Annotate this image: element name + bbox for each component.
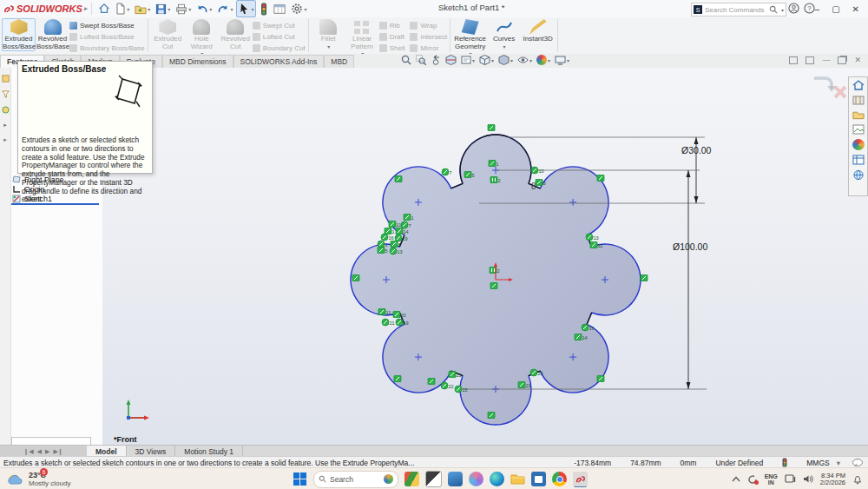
- doc-close-icon[interactable]: ✕: [854, 56, 861, 64]
- tree-display-icon[interactable]: [2, 75, 10, 83]
- lofted-cut-button[interactable]: Lofted Cut: [253, 32, 306, 41]
- relation-badge[interactable]: [490, 177, 497, 183]
- wrap-button[interactable]: Wrap: [410, 21, 447, 30]
- custom-properties-icon[interactable]: [852, 155, 865, 165]
- annotation-icon[interactable]: ▾: [461, 55, 475, 65]
- draft-button[interactable]: Draft: [379, 32, 405, 41]
- chevron-down-icon[interactable]: ▾: [148, 6, 150, 12]
- dimension-value[interactable]: Ø100.00: [673, 241, 707, 252]
- volume-icon[interactable]: [803, 474, 813, 484]
- graphics-viewport[interactable]: Ø30.00Ø100.00812103751117114161918513131…: [102, 68, 868, 445]
- hole-wizard-button[interactable]: Hole Wizard ▾: [185, 18, 219, 57]
- expand-arrow-icon[interactable]: ▸: [3, 122, 7, 129]
- chevron-down-icon[interactable]: ▾: [251, 6, 253, 12]
- display-style-icon[interactable]: ▾: [498, 55, 513, 65]
- intersect-button[interactable]: Intersect: [410, 32, 447, 41]
- notifications-bell-icon[interactable]: [852, 474, 863, 485]
- view-orientation-icon[interactable]: ▾: [479, 55, 494, 65]
- maximize-button[interactable]: ▢: [832, 4, 839, 14]
- tags-icon[interactable]: [852, 459, 863, 466]
- previous-view-icon[interactable]: [431, 55, 441, 65]
- ms-store-app-icon[interactable]: [531, 472, 546, 486]
- user-account-icon[interactable]: [788, 3, 799, 14]
- close-button[interactable]: ✕: [852, 4, 859, 14]
- widgets-app-icon[interactable]: [404, 472, 419, 486]
- units-selector[interactable]: MMGS: [806, 459, 829, 467]
- linear-pattern-button[interactable]: Linear Pattern ▾: [345, 18, 379, 57]
- swept-cut-button[interactable]: Swept Cut: [253, 21, 306, 30]
- file-explorer-icon[interactable]: [852, 109, 865, 120]
- copilot-app-icon[interactable]: [469, 472, 483, 486]
- revolved-boss-base-button[interactable]: Revolved Boss/Base: [36, 18, 69, 51]
- design-library-icon[interactable]: [852, 95, 865, 105]
- save-button[interactable]: ▾: [154, 1, 172, 17]
- minimize-button[interactable]: –: [815, 4, 820, 14]
- search-icon[interactable]: [769, 5, 778, 14]
- new-document-button[interactable]: ▾: [114, 1, 131, 17]
- lofted-boss-base-button[interactable]: Lofted Boss/Base: [69, 32, 145, 41]
- extruded-cut-button[interactable]: Extruded Cut: [151, 18, 185, 51]
- boundary-boss-base-button[interactable]: Boundary Boss/Base: [69, 43, 145, 52]
- help-icon[interactable]: ?: [804, 3, 815, 14]
- chevron-down-icon[interactable]: ▾: [304, 6, 306, 12]
- task-view-icon[interactable]: [425, 471, 442, 487]
- tab-mbd-dimensions[interactable]: MBD Dimensions: [162, 55, 233, 68]
- extruded-boss-base-button[interactable]: Extruded Boss/Base: [2, 18, 36, 51]
- view-palette-icon[interactable]: [852, 124, 865, 135]
- exit-sketch-arrowhead[interactable]: [827, 86, 836, 92]
- chevron-down-icon[interactable]: ▾: [209, 6, 212, 12]
- chevron-down-icon[interactable]: ▾: [230, 6, 233, 12]
- file-explorer-app-icon[interactable]: [510, 472, 525, 486]
- view-settings-icon[interactable]: ▾: [555, 56, 569, 65]
- tray-expand-icon[interactable]: [732, 476, 740, 482]
- chevron-down-icon[interactable]: ▾: [313, 43, 345, 50]
- solidworks-app-icon[interactable]: [573, 472, 588, 486]
- rebuild-button[interactable]: [258, 1, 270, 17]
- units-dropdown-icon[interactable]: ▾: [837, 459, 840, 467]
- print-button[interactable]: ▾: [174, 1, 193, 17]
- start-button[interactable]: [293, 472, 307, 486]
- filter-icon[interactable]: [2, 90, 10, 98]
- home-button[interactable]: [96, 1, 112, 17]
- appearances-icon[interactable]: [852, 139, 865, 150]
- select-tool-button[interactable]: ▾: [236, 0, 256, 17]
- language-indicator[interactable]: ENGIN: [765, 473, 778, 486]
- fillet-button[interactable]: Fillet ▾: [312, 18, 345, 50]
- tab-mbd[interactable]: MBD: [324, 55, 354, 68]
- shell-button[interactable]: Shell: [379, 43, 405, 52]
- forum-icon[interactable]: [852, 169, 865, 181]
- undo-button[interactable]: ▾: [194, 1, 214, 17]
- instant3d-button[interactable]: Instant3D: [521, 18, 555, 44]
- section-view-icon[interactable]: [445, 55, 457, 65]
- tab-solidworks-add-ins[interactable]: SOLIDWORKS Add-Ins: [233, 55, 325, 68]
- mirror-button[interactable]: Mirror: [410, 43, 447, 52]
- curves-button[interactable]: Curves ▾: [487, 18, 521, 50]
- task-scheduler-button[interactable]: [272, 1, 287, 17]
- chevron-down-icon[interactable]: ▾: [127, 6, 129, 12]
- home-tab-icon[interactable]: [852, 80, 865, 90]
- doc-new-window-icon[interactable]: [806, 56, 814, 64]
- zoom-to-fit-icon[interactable]: [401, 55, 411, 65]
- chevron-down-icon[interactable]: ▾: [781, 7, 784, 13]
- dimension-value[interactable]: Ø30.00: [681, 145, 712, 155]
- taskbar-search-box[interactable]: Search: [313, 471, 398, 488]
- swept-boss-base-button[interactable]: Swept Boss/Base: [69, 21, 145, 30]
- chevron-down-icon[interactable]: ▾: [489, 43, 520, 50]
- chevron-down-icon[interactable]: ▾: [188, 6, 191, 12]
- open-button[interactable]: ▾: [133, 1, 152, 17]
- rib-button[interactable]: Rib: [379, 21, 405, 30]
- search-commands-box[interactable]: S Search Commands ▾: [691, 3, 786, 17]
- pen-display-icon[interactable]: [785, 474, 796, 484]
- edge-app-icon[interactable]: [490, 472, 504, 486]
- zoom-to-area-icon[interactable]: [416, 55, 426, 65]
- recording-tray-icon[interactable]: [747, 474, 758, 485]
- chrome-app-icon[interactable]: [552, 472, 567, 486]
- chevron-down-icon[interactable]: ▾: [168, 6, 170, 12]
- doc-restore-down-icon[interactable]: [838, 56, 846, 64]
- revolved-cut-button[interactable]: Revolved Cut: [219, 18, 253, 51]
- edit-appearance-icon[interactable]: ▾: [536, 55, 550, 65]
- boundary-cut-button[interactable]: Boundary Cut: [253, 43, 306, 52]
- cancel-sketch-icon[interactable]: [835, 87, 845, 97]
- display-states-icon[interactable]: [2, 106, 10, 114]
- clock[interactable]: 8:34 PM2/2/2026: [820, 472, 845, 486]
